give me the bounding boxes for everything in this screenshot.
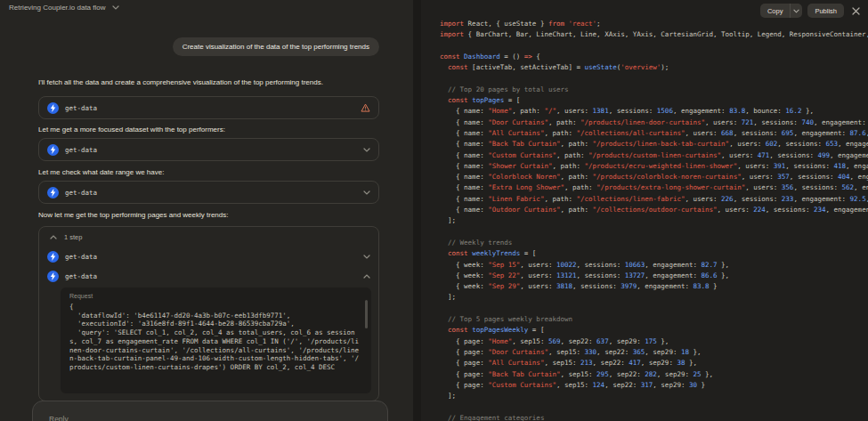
user-message: Create visualization of the data of the … xyxy=(173,37,379,56)
request-code: { 'dataflowId': 'b4e61147-dd20-4a3b-b07c… xyxy=(69,303,362,372)
steps-group: 1 step get-data get-data xyxy=(38,226,379,401)
chevron-down-icon[interactable] xyxy=(363,255,370,259)
coupler-icon xyxy=(47,144,59,156)
copy-button[interactable]: Copy xyxy=(760,4,803,18)
tool-call-label: get-data xyxy=(65,272,97,280)
assistant-message: I'll fetch all the data and create a com… xyxy=(38,78,379,87)
coupler-icon xyxy=(47,102,59,114)
chevron-down-icon[interactable] xyxy=(363,148,370,152)
tool-call-label: get-data xyxy=(65,189,97,197)
assistant-message: Let me check what date range we have: xyxy=(38,168,379,177)
coupler-icon xyxy=(47,271,59,282)
coupler-icon xyxy=(47,187,59,198)
panel-divider xyxy=(413,0,421,421)
publish-button-label: Publish xyxy=(807,7,844,15)
conversation-title-dropdown[interactable]: Retrieving Coupler.io data flow xyxy=(9,4,119,12)
app-window: Retrieving Coupler.io data flow Create v… xyxy=(0,0,868,421)
chat-panel: Retrieving Coupler.io data flow Create v… xyxy=(0,0,413,421)
close-icon[interactable] xyxy=(852,7,860,15)
artifact-panel: Copy Publish import React, { useState } … xyxy=(421,0,868,421)
conversation-title: Retrieving Coupler.io data flow xyxy=(9,4,106,12)
tool-call-get-data[interactable]: get-data xyxy=(38,181,379,204)
request-label: Request xyxy=(69,293,362,299)
tool-call-label: get-data xyxy=(65,146,97,154)
reply-input[interactable]: Reply xyxy=(32,401,388,421)
tool-call-get-data[interactable]: get-data xyxy=(38,138,379,161)
copy-button-label: Copy xyxy=(760,7,791,15)
request-block: Request { 'dataflowId': 'b4e61147-dd20-4… xyxy=(61,287,371,393)
chat-header: Retrieving Coupler.io data flow xyxy=(0,0,413,15)
artifact-toolbar: Copy Publish xyxy=(760,4,860,18)
assistant-message: Let me get a more focused dataset with t… xyxy=(38,125,379,134)
copy-options-button[interactable] xyxy=(790,4,802,18)
code-editor[interactable]: import React, { useState } from 'react';… xyxy=(440,19,868,421)
warning-icon xyxy=(361,103,370,112)
chevron-down-icon[interactable] xyxy=(363,190,370,195)
tool-call-get-data[interactable]: get-data xyxy=(39,247,378,266)
publish-button[interactable]: Publish xyxy=(807,4,844,18)
steps-toggle[interactable]: 1 step xyxy=(39,227,378,247)
reply-placeholder: Reply xyxy=(49,415,69,421)
assistant-message: Now let me get the top performing pages … xyxy=(38,211,379,220)
tool-call-get-data[interactable]: get-data xyxy=(38,96,379,119)
steps-count-label: 1 step xyxy=(64,233,82,241)
scrollbar-thumb[interactable] xyxy=(365,300,368,328)
chevron-up-icon xyxy=(50,235,57,239)
chevron-down-icon xyxy=(112,5,119,10)
tool-call-label: get-data xyxy=(65,104,97,112)
tool-call-get-data[interactable]: get-data xyxy=(39,266,378,286)
chat-thread: Create visualization of the data of the … xyxy=(38,14,379,401)
coupler-icon xyxy=(47,251,59,263)
chevron-up-icon[interactable] xyxy=(363,274,370,279)
tool-call-label: get-data xyxy=(65,253,97,261)
